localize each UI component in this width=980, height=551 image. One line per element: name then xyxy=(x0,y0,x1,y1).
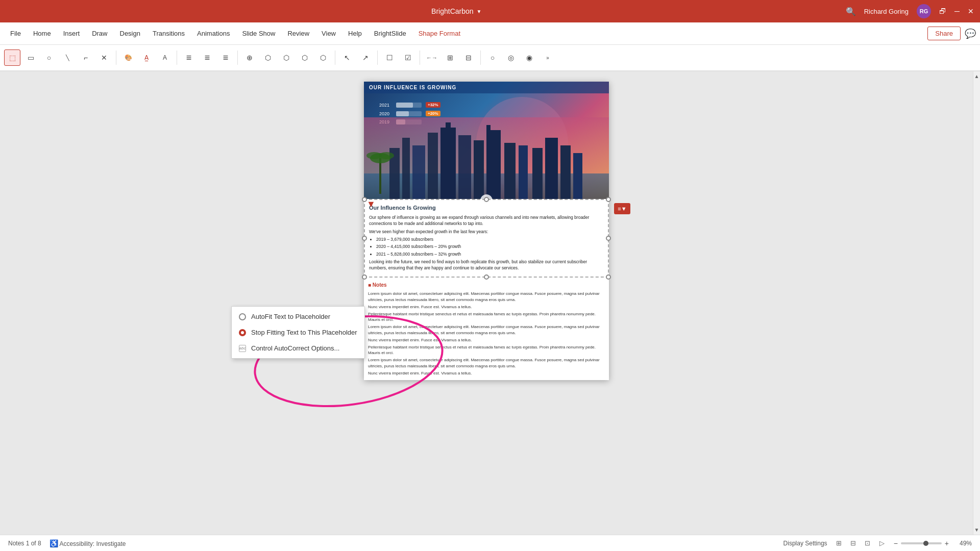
zoom-slider[interactable] xyxy=(901,542,942,544)
notes-text-5: Nunc viverra imperdiet enim. Fusce est. … xyxy=(368,337,605,343)
slide-image-title: OUR INFLUENCE IS GROWING xyxy=(364,82,609,93)
main-area: OUR INFLUENCE IS GROWING 2021 +32% xyxy=(0,71,980,535)
dropdown-icon[interactable]: ▼ xyxy=(477,9,482,14)
handle-tc[interactable] xyxy=(484,197,489,202)
scrollbar-right[interactable]: ▲ ▼ xyxy=(973,71,980,535)
menu-brightslide[interactable]: BrightSlide xyxy=(368,26,412,41)
autofit-option-autofit[interactable]: AutoFit Text to Placeholder xyxy=(232,309,364,324)
menu-insert[interactable]: Insert xyxy=(57,26,86,41)
display-settings-button[interactable]: Display Settings xyxy=(783,540,827,547)
ribbon-ungroup[interactable]: ☑ xyxy=(400,49,416,66)
ribbon-select[interactable]: ⬚ xyxy=(4,49,20,66)
handle-ml[interactable] xyxy=(362,236,367,241)
ribbon-more[interactable]: » xyxy=(540,49,556,66)
menu-draw[interactable]: Draw xyxy=(86,26,113,41)
slide-image: OUR INFLUENCE IS GROWING 2021 +32% xyxy=(364,82,609,199)
menu-transitions[interactable]: Transitions xyxy=(146,26,191,41)
svg-rect-14 xyxy=(532,148,543,199)
menu-file[interactable]: File xyxy=(4,26,27,41)
ribbon-oval[interactable]: ○ xyxy=(41,49,57,66)
ribbon-align-distribute[interactable]: ←→ xyxy=(424,49,440,66)
view-slideshow-icon[interactable]: ▷ xyxy=(876,538,888,549)
autofit-option-autocorrect[interactable]: abc Control AutoCorrect Options... xyxy=(232,340,364,356)
ribbon-shape-fill-2[interactable]: ◎ xyxy=(503,49,519,66)
svg-rect-15 xyxy=(545,138,558,199)
view-normal-icon[interactable]: ⊞ xyxy=(834,538,845,549)
slide-text-placeholder[interactable]: Our Influence Is Growing Our sphere of i… xyxy=(364,199,609,278)
ribbon-connector[interactable]: ⌐ xyxy=(78,49,94,66)
slide-growth-intro: We've seen higher than expected growth i… xyxy=(369,229,604,235)
menu-animations[interactable]: Animations xyxy=(191,26,236,41)
zoom-thumb[interactable] xyxy=(923,541,928,546)
ribbon-shape-outline-2[interactable]: ○ xyxy=(484,49,501,66)
ribbon-x-shape[interactable]: ✕ xyxy=(96,49,112,66)
ribbon-merge[interactable]: ⬡ xyxy=(260,49,276,66)
ribbon-intersect[interactable]: ⬡ xyxy=(297,49,313,66)
view-reading-icon[interactable]: ⊡ xyxy=(862,538,873,549)
ribbon-send-backward[interactable]: ↗ xyxy=(357,49,374,66)
ribbon-shape-style[interactable]: ◉ xyxy=(521,49,537,66)
svg-rect-10 xyxy=(486,130,501,199)
notes-text-3: Pellentesque habitant morbi tristique se… xyxy=(368,311,605,322)
handle-br[interactable] xyxy=(606,274,611,280)
ribbon-align-center[interactable]: ≡ xyxy=(199,49,215,66)
menu-view[interactable]: View xyxy=(315,26,342,41)
zoom-plus-button[interactable]: + xyxy=(945,539,949,547)
menu-review[interactable]: Review xyxy=(281,26,315,41)
autofit-option-stop[interactable]: Stop Fitting Text to This Placeholder xyxy=(232,324,364,340)
share-button[interactable]: Share xyxy=(927,27,961,40)
ribbon-sep-2 xyxy=(177,51,177,65)
menu-home[interactable]: Home xyxy=(27,26,57,41)
ribbon-sep-4 xyxy=(335,51,335,65)
svg-rect-4 xyxy=(412,145,425,199)
ribbon-bring-forward[interactable]: ↖ xyxy=(339,49,355,66)
svg-rect-6 xyxy=(440,128,456,199)
comment-icon[interactable]: 💬 xyxy=(965,28,976,39)
search-icon[interactable]: 🔍 xyxy=(846,7,856,16)
ribbon-align-left[interactable]: ≡ xyxy=(181,49,197,66)
ribbon-fill-color[interactable]: 🎨 xyxy=(120,49,136,66)
ribbon-toolbar: ⬚ ▭ ○ ╲ ⌐ ✕ 🎨 A̲ A ≡ ≡ ≡ ⊕ ⬡ ⬡ ⬡ ⬡ ↖ ↗ ☐… xyxy=(0,45,980,71)
ribbon-sep-7 xyxy=(480,51,481,65)
user-name: Richard Goring xyxy=(864,8,909,15)
window-close-icon[interactable]: ✕ xyxy=(968,7,974,15)
svg-rect-7 xyxy=(446,122,451,128)
zoom-minus-button[interactable]: − xyxy=(894,539,898,547)
window-restore-icon[interactable]: 🗗 xyxy=(939,7,946,15)
app-name: BrightCarbon xyxy=(431,7,474,15)
slide-text-body: Our Influence Is Growing Our sphere of i… xyxy=(369,204,604,271)
ribbon-outline-color[interactable]: A̲ xyxy=(138,49,155,66)
svg-rect-17 xyxy=(573,153,582,199)
ribbon-line[interactable]: ╲ xyxy=(59,49,76,66)
autofit-trigger-button[interactable]: ≡▼ xyxy=(614,203,630,214)
handle-tr[interactable] xyxy=(606,197,611,202)
ribbon-subtract[interactable]: ⬡ xyxy=(278,49,295,66)
ribbon-expand[interactable]: ⊕ xyxy=(241,49,258,66)
ribbon-align-right[interactable]: ≡ xyxy=(217,49,234,66)
city-skyline-svg xyxy=(364,117,609,199)
stat-row-2021: 2021 +32% xyxy=(379,102,440,108)
zoom-level: 49% xyxy=(954,540,972,547)
ribbon-exclude[interactable]: ⬡ xyxy=(315,49,331,66)
stat-badge-2020: +20% xyxy=(426,111,440,116)
notes-text-4: Lorem ipsum dolor sit amet, consectetuer… xyxy=(368,324,605,335)
handle-mr[interactable] xyxy=(606,236,611,241)
ribbon-grid[interactable]: ⊞ xyxy=(442,49,458,66)
title-bar: BrightCarbon ▼ 🔍 Richard Goring RG 🗗 ─ ✕ xyxy=(0,0,980,22)
zoom-control: − + 49% xyxy=(894,539,972,547)
menu-help[interactable]: Help xyxy=(342,26,368,41)
menu-slideshow[interactable]: Slide Show xyxy=(236,26,281,41)
ribbon-text-color[interactable]: A xyxy=(157,49,173,66)
menu-shape-format[interactable]: Shape Format xyxy=(412,26,467,41)
ribbon-group[interactable]: ☐ xyxy=(381,49,398,66)
user-avatar[interactable]: RG xyxy=(917,4,931,18)
view-grid-icon[interactable]: ⊟ xyxy=(848,538,859,549)
ribbon-selection-pane[interactable]: ⊟ xyxy=(460,49,477,66)
slide: OUR INFLUENCE IS GROWING 2021 +32% xyxy=(364,82,609,380)
stat-badge-2021: +32% xyxy=(426,102,440,108)
ribbon-rectangle[interactable]: ▭ xyxy=(22,49,39,66)
menu-design[interactable]: Design xyxy=(114,26,146,41)
window-minimize-icon[interactable]: ─ xyxy=(954,7,960,15)
stat-bar-bg-2020 xyxy=(396,111,422,116)
handle-bc[interactable] xyxy=(484,274,489,280)
